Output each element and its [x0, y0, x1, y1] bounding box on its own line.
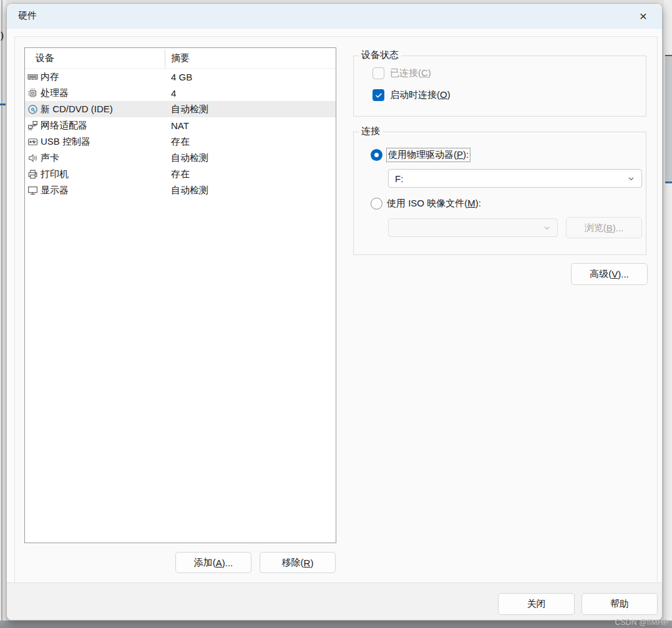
device-row-network-adapter[interactable]: 网络适配器 NAT — [25, 117, 336, 133]
device-summary: 4 GB — [171, 72, 192, 82]
device-name: 新 CD/DVD (IDE) — [41, 104, 113, 115]
close-icon[interactable]: × — [631, 6, 656, 26]
device-row-usb-controller[interactable]: USB 控制器 存在 — [25, 133, 336, 150]
iso-image-label: 使用 ISO 映像文件(M): — [387, 198, 481, 210]
dialog-title: 硬件 — [18, 10, 37, 22]
device-name: 网络适配器 — [41, 120, 87, 132]
browse-button: 浏览(B)... — [566, 217, 642, 238]
iso-image-radio-row: 使用 ISO 映像文件(M): — [371, 198, 481, 210]
background-accent-line-left — [0, 104, 6, 105]
background-accent-line-right — [665, 181, 672, 183]
close-button[interactable]: 关闭 — [498, 593, 575, 615]
device-status-legend: 设备状态 — [359, 49, 401, 61]
connect-at-power-on-label: 启动时连接(O) — [390, 89, 450, 101]
device-name: 内存 — [41, 71, 59, 83]
advanced-button[interactable]: 高级(V)... — [571, 263, 648, 285]
device-name: 声卡 — [41, 152, 59, 164]
monitor-icon — [27, 185, 38, 196]
physical-drive-value: F: — [395, 173, 403, 184]
device-status-group: 设备状态 已连接(C) 启动时连接(O) — [353, 56, 646, 117]
device-row-memory[interactable]: 内存 4 GB — [25, 69, 336, 85]
screen: ) 硬件 × 设备 摘要 内存 4 GB — [0, 0, 672, 628]
connection-legend: 连接 — [359, 125, 382, 137]
chevron-down-icon — [543, 224, 551, 232]
connect-at-power-on-row: 启动时连接(O) — [373, 89, 450, 101]
column-divider — [165, 49, 165, 67]
background-partial-text: ) — [1, 30, 4, 41]
checkmark-icon — [375, 92, 382, 99]
connect-at-power-on-checkbox[interactable] — [373, 89, 384, 101]
memory-icon — [27, 72, 38, 82]
usb-icon — [27, 137, 38, 147]
device-row-processor[interactable]: 处理器 4 — [25, 85, 336, 101]
watermark: CSDN @flMHP — [615, 618, 668, 627]
device-name: 显示器 — [41, 185, 69, 196]
device-summary: 自动检测 — [171, 152, 208, 164]
column-header-device: 设备 — [36, 52, 54, 64]
network-icon — [27, 120, 38, 131]
iso-image-radio[interactable] — [371, 198, 382, 210]
device-row-cd-dvd[interactable]: 新 CD/DVD (IDE) 自动检测 — [25, 101, 336, 117]
device-summary: 自动检测 — [171, 185, 208, 196]
device-row-display[interactable]: 显示器 自动检测 — [25, 182, 336, 198]
device-name: 打印机 — [41, 168, 69, 180]
physical-drive-label: 使用物理驱动器(P): — [387, 148, 470, 162]
cd-icon — [27, 104, 38, 115]
connected-checkbox-row: 已连接(C) — [373, 67, 431, 79]
sound-icon — [27, 153, 38, 163]
physical-drive-select[interactable]: F: — [388, 169, 642, 188]
help-button[interactable]: 帮助 — [582, 593, 658, 615]
titlebar[interactable]: 硬件 × — [7, 4, 662, 29]
device-name: USB 控制器 — [41, 136, 90, 148]
background-bottom-strip — [0, 621, 672, 628]
physical-drive-radio-row: 使用物理驱动器(P): — [371, 148, 470, 162]
device-summary: 存在 — [171, 168, 190, 180]
device-row-printer[interactable]: 打印机 存在 — [25, 166, 336, 182]
device-summary: 自动检测 — [171, 104, 208, 115]
chevron-down-icon — [627, 175, 635, 183]
hardware-dialog: 硬件 × 设备 摘要 内存 4 GB — [6, 3, 663, 621]
cpu-icon — [27, 88, 38, 99]
connected-checkbox — [373, 67, 384, 79]
column-header-summary: 摘要 — [171, 52, 190, 64]
remove-button[interactable]: 移除(R) — [260, 552, 336, 573]
device-summary: 4 — [171, 88, 176, 99]
device-summary: NAT — [171, 120, 189, 131]
background-scrollbar[interactable] — [665, 55, 672, 183]
device-summary: 存在 — [171, 136, 190, 148]
dialog-footer: 关闭 帮助 — [7, 582, 662, 620]
background-window-left-edge — [0, 0, 6, 628]
device-list-header: 设备 摘要 — [25, 48, 336, 69]
device-name: 处理器 — [41, 87, 69, 99]
physical-drive-radio[interactable] — [371, 149, 382, 161]
connection-group: 连接 使用物理驱动器(P): F: 使用 ISO 映像文件(M): — [353, 132, 646, 255]
device-row-sound-card[interactable]: 声卡 自动检测 — [25, 150, 336, 166]
connected-label: 已连接(C) — [390, 67, 431, 79]
device-list[interactable]: 设备 摘要 内存 4 GB 处 — [24, 47, 336, 543]
add-button[interactable]: 添加(A)... — [175, 552, 251, 573]
printer-icon — [27, 169, 38, 180]
iso-image-select — [388, 218, 558, 237]
